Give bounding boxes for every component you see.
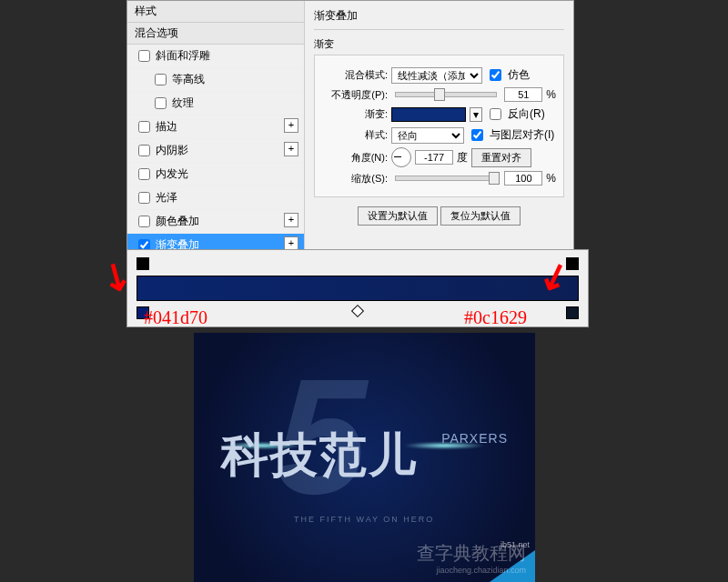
style-checkbox[interactable] (155, 97, 167, 109)
style-checkbox[interactable] (138, 168, 150, 180)
reset-align-button[interactable]: 重置对齐 (471, 148, 531, 167)
style-checkbox[interactable] (138, 50, 150, 62)
midpoint-handle[interactable] (351, 305, 364, 317)
style-label: 内阴影 (156, 143, 188, 158)
style-item-2[interactable]: 纹理 (127, 92, 304, 115)
hex-right-label: #0c1629 (464, 307, 527, 328)
scale-input[interactable] (504, 171, 542, 186)
style-item-0[interactable]: 斜面和浮雕 (127, 45, 304, 68)
opacity-input[interactable] (504, 87, 542, 102)
add-effect-icon[interactable]: + (284, 213, 298, 227)
style-label: 颜色叠加 (156, 214, 199, 229)
scale-label: 缩放(S): (322, 172, 388, 186)
gradient-swatch[interactable] (391, 107, 466, 122)
style-checkbox[interactable] (138, 145, 150, 156)
panel-title: 渐变叠加 (314, 6, 564, 30)
opacity-unit: % (546, 88, 556, 101)
style-item-5[interactable]: 内发光 (127, 163, 304, 186)
style-label: 纹理 (172, 95, 194, 111)
style-item-6[interactable]: 光泽 (127, 186, 304, 210)
angle-unit: 度 (457, 150, 468, 166)
reverse-checkbox[interactable] (490, 108, 501, 120)
style-select[interactable]: 径向 (391, 127, 464, 144)
style-label: 样式: (322, 128, 388, 142)
scale-slider[interactable] (395, 176, 497, 181)
angle-label: 角度(N): (322, 151, 388, 165)
dither-label: 仿色 (508, 67, 530, 83)
align-label: 与图层对齐(I) (490, 127, 554, 143)
style-label: 描边 (156, 119, 177, 135)
align-checkbox[interactable] (471, 129, 483, 141)
blend-mode-label: 混合模式: (322, 68, 388, 82)
preview-title: 科技范儿 (221, 424, 418, 487)
opacity-slider[interactable] (395, 92, 497, 97)
style-checkbox[interactable] (138, 192, 150, 204)
hex-left-label: #041d70 (144, 307, 207, 328)
style-label: 内发光 (156, 166, 188, 182)
gradient-label: 渐变: (322, 107, 388, 121)
dither-checkbox[interactable] (490, 69, 501, 81)
style-item-1[interactable]: 等高线 (127, 68, 304, 92)
style-label: 光泽 (156, 190, 177, 206)
add-effect-icon[interactable]: + (284, 118, 298, 133)
opacity-label: 不透明度(P): (322, 88, 388, 102)
group-title: 渐变 (314, 37, 564, 51)
blend-mode-select[interactable]: 线性减淡（添加 ... (391, 67, 482, 84)
preview-subtitle: PARXERS (441, 431, 508, 446)
style-item-7[interactable]: 颜色叠加+ (127, 210, 304, 234)
preview-image: 5 科技范儿 PARXERS THE FIFTH WAY ON HERO 查字典… (194, 333, 535, 582)
add-effect-icon[interactable]: + (284, 142, 298, 156)
style-item-3[interactable]: 描边+ (127, 115, 304, 139)
style-checkbox[interactable] (138, 121, 150, 133)
reset-default-button[interactable]: 复位为默认值 (440, 206, 521, 226)
style-item-4[interactable]: 内阴影+ (127, 139, 304, 163)
color-stop-right[interactable] (566, 306, 579, 319)
corner-label: jb51.net (500, 540, 530, 549)
gradient-bar[interactable] (136, 276, 579, 301)
style-label: 等高线 (172, 72, 205, 87)
blend-options-header[interactable]: 混合选项 (127, 23, 304, 45)
gradient-dropdown-icon[interactable]: ▾ (470, 107, 482, 122)
style-checkbox[interactable] (138, 216, 150, 227)
style-checkbox[interactable] (155, 74, 167, 85)
styles-header: 样式 (127, 1, 304, 23)
preview-tagline: THE FIFTH WAY ON HERO (294, 515, 434, 524)
angle-input[interactable] (415, 150, 453, 165)
style-label: 斜面和浮雕 (156, 48, 210, 64)
reverse-label: 反向(R) (508, 106, 545, 122)
angle-dial[interactable] (391, 147, 411, 167)
scale-unit: % (546, 172, 556, 185)
set-default-button[interactable]: 设置为默认值 (358, 206, 438, 226)
